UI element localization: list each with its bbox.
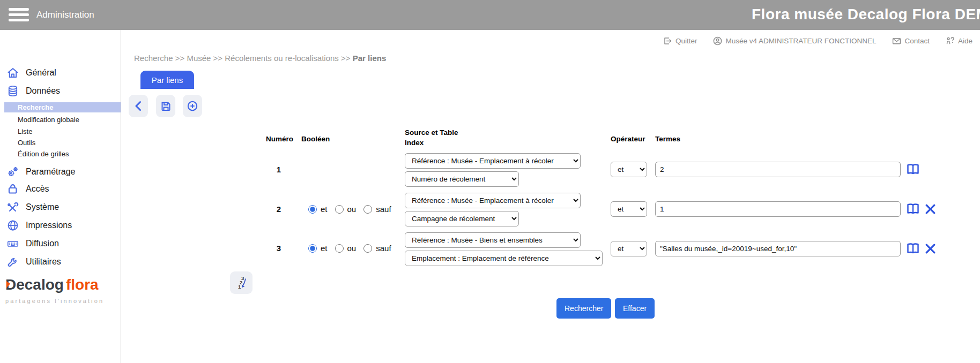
row3-radio-sauf[interactable] — [363, 244, 372, 253]
radio-label-et[interactable]: et — [321, 205, 328, 214]
sidebar-subitem-edition-de-grilles[interactable]: Édition de grilles — [18, 149, 69, 159]
row-number: 2 — [273, 205, 285, 214]
gears-icon — [6, 165, 19, 178]
sidebar-subitem-modification-globale[interactable]: Modification globale — [18, 115, 79, 125]
row3-index-select[interactable]: Emplacement : Emplacement de référence — [405, 251, 603, 266]
sidebar-item-label: Impressions — [26, 221, 72, 230]
sidebar-item-label: Système — [26, 202, 59, 212]
back-button[interactable] — [129, 95, 148, 117]
radio-label-sauf[interactable]: sauf — [376, 205, 391, 214]
header-booleen: Booléen — [301, 135, 330, 143]
tab-par-liens[interactable]: Par liens — [140, 71, 194, 89]
close-icon — [924, 203, 937, 215]
numeric-sort-desc-button[interactable]: 3 2 1 — [230, 271, 253, 294]
radio-label-sauf[interactable]: sauf — [376, 244, 391, 253]
hamburger-icon[interactable] — [9, 8, 29, 22]
logo-product: flora — [66, 276, 99, 293]
header-source-table: Source et Table — [405, 128, 458, 137]
wrench-icon — [6, 255, 19, 268]
row2-radio-ou[interactable] — [335, 205, 344, 214]
row3-delete-button[interactable] — [924, 243, 937, 255]
row3-operator-select[interactable]: et — [611, 241, 647, 256]
home-icon — [6, 66, 19, 79]
row-number: 1 — [273, 165, 285, 174]
row3-radio-ou[interactable] — [335, 244, 344, 253]
close-icon — [924, 243, 937, 255]
sidebar-item-acces[interactable]: Accès — [6, 182, 49, 196]
row1-index-select[interactable]: Numéro de récolement — [405, 171, 519, 187]
app-title: Flora musée Decalog Flora DEMO — [752, 6, 980, 23]
row1-lookup-button[interactable] — [906, 163, 920, 176]
user-account[interactable]: Musée v4 ADMINISTRATEUR FONCTIONNEL — [713, 36, 876, 46]
row2-radio-et[interactable] — [308, 205, 317, 214]
header-operateur: Opérateur — [611, 135, 645, 143]
sidebar-item-label: Paramétrage — [26, 167, 76, 177]
book-icon — [906, 243, 920, 255]
row3-radio-et[interactable] — [308, 244, 317, 253]
sidebar-divider — [121, 30, 121, 363]
save-icon — [160, 100, 172, 112]
svg-text:1: 1 — [238, 284, 241, 290]
row1-terms-input[interactable] — [655, 162, 901, 177]
radio-label-ou[interactable]: ou — [347, 205, 357, 214]
header-termes: Termes — [655, 135, 680, 143]
logo-brand: Decalog — [5, 276, 64, 293]
exit-icon — [663, 36, 672, 46]
row2-index-select[interactable]: Campagne de récolement — [405, 211, 519, 226]
save-button[interactable] — [156, 95, 175, 117]
add-button[interactable] — [183, 95, 202, 117]
sidebar-item-diffusion[interactable]: Diffusion — [6, 236, 59, 251]
sidebar-item-systeme[interactable]: Système — [6, 200, 59, 215]
tools-icon — [6, 201, 19, 214]
sidebar-subitem-recherche[interactable]: Recherche — [4, 102, 121, 112]
row2-terms-input[interactable] — [655, 201, 901, 217]
row-number: 3 — [273, 244, 285, 253]
logo-tagline: partageons l'innovation — [5, 298, 118, 304]
numeric-sort-desc-icon: 3 2 1 — [234, 275, 249, 291]
sidebar-item-donnees[interactable]: Données — [6, 84, 60, 99]
sidebar-item-label: Utilitaires — [26, 257, 61, 267]
radio-label-et[interactable]: et — [321, 244, 328, 253]
sidebar-subitem-liste[interactable]: Liste — [18, 127, 32, 137]
userbar: Quitter Musée v4 ADMINISTRATEUR FONCTION… — [663, 36, 972, 46]
aide-label: Aide — [958, 37, 972, 45]
sidebar-item-parametrage[interactable]: Paramétrage — [6, 164, 76, 179]
row2-delete-button[interactable] — [924, 203, 937, 215]
header-numero: Numéro — [266, 135, 293, 143]
sidebar-item-impressions[interactable]: Impressions — [6, 218, 72, 233]
sidebar-subitem-outils[interactable]: Outils — [18, 138, 35, 148]
aide-link[interactable]: Aide — [946, 36, 972, 46]
radio-label-ou[interactable]: ou — [347, 244, 357, 253]
row2-boolean-radios: et ou sauf — [308, 205, 395, 214]
flame-icon — [6, 281, 10, 288]
row3-lookup-button[interactable] — [906, 243, 920, 255]
database-icon — [6, 85, 19, 97]
row1-operator-select[interactable]: et — [611, 162, 647, 177]
envelope-icon — [892, 36, 901, 46]
lock-icon — [6, 183, 19, 195]
row3-terms-input[interactable] — [655, 241, 901, 256]
row3-boolean-radios: et ou sauf — [308, 244, 395, 253]
sidebar-item-label: Accès — [26, 184, 49, 194]
row1-source-select[interactable]: Référence : Musée - Emplacement à récole… — [405, 153, 581, 169]
globe-icon — [6, 219, 19, 232]
quitter-link[interactable]: Quitter — [663, 36, 697, 46]
effacer-button[interactable]: Effacer — [615, 298, 655, 319]
row2-lookup-button[interactable] — [906, 203, 920, 215]
book-icon — [906, 163, 920, 176]
quitter-label: Quitter — [675, 37, 697, 45]
sidebar-item-label: Général — [26, 68, 56, 78]
row3-source-select[interactable]: Référence : Musée - Biens et ensembles — [405, 232, 581, 248]
sidebar-item-label: Diffusion — [26, 239, 59, 248]
breadcrumb-path: Recherche >> Musée >> Récolements ou re-… — [134, 54, 351, 63]
sidebar-item-utilitaires[interactable]: Utilitaires — [6, 254, 61, 269]
row2-radio-sauf[interactable] — [363, 205, 372, 214]
keyboard-icon — [6, 237, 19, 250]
topbar-title: Administration — [36, 0, 94, 30]
row2-source-select[interactable]: Référence : Musée - Emplacement à récole… — [405, 193, 581, 208]
header-index: Index — [405, 139, 424, 147]
sidebar-item-general[interactable]: Général — [6, 65, 56, 80]
rechercher-button[interactable]: Rechercher — [556, 298, 611, 319]
row2-operator-select[interactable]: et — [611, 201, 647, 217]
contact-link[interactable]: Contact — [892, 36, 930, 46]
